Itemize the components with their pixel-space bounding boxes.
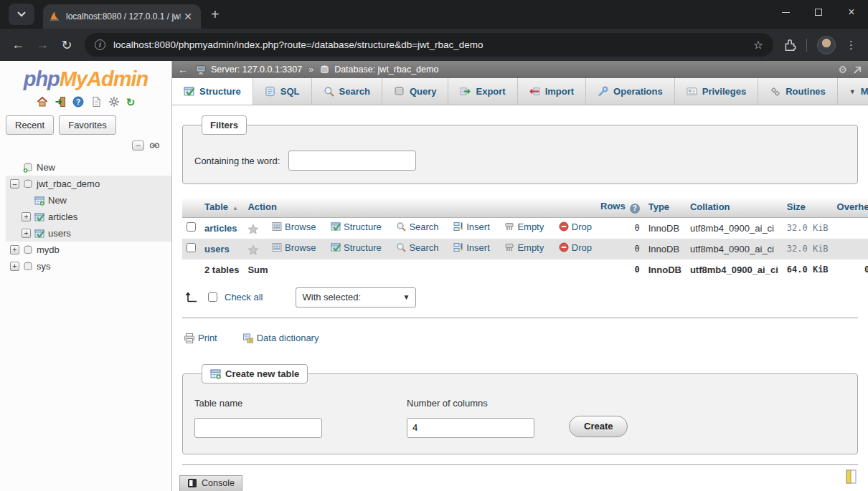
maximize-button[interactable] (802, 0, 835, 24)
structure-link[interactable]: Structure (331, 221, 382, 232)
tab-privileges[interactable]: Privileges (675, 78, 758, 105)
breadcrumb-database[interactable]: Database: jwt_rbac_demo (334, 65, 438, 75)
console-toggle[interactable]: Console (179, 475, 242, 491)
tree-item-sys[interactable]: + sys (6, 258, 171, 275)
forward-button[interactable]: → (30, 33, 55, 57)
expand-node-icon[interactable]: + (22, 229, 31, 238)
insert-link[interactable]: Insert (453, 242, 490, 253)
search-link[interactable]: Search (396, 221, 438, 232)
favorite-star-icon[interactable] (247, 244, 259, 256)
tab-operations[interactable]: Operations (586, 78, 675, 105)
check-all-checkbox[interactable] (208, 292, 217, 302)
row-checkbox[interactable] (187, 243, 196, 252)
reload-button[interactable]: ↻ (55, 33, 79, 57)
sum-rows: 0 (596, 259, 644, 279)
col-collation[interactable]: Collation (686, 197, 783, 217)
tab-query[interactable]: Query (382, 78, 449, 105)
tree-item-new-database[interactable]: New (6, 159, 171, 176)
tab-sql[interactable]: SQL (253, 78, 312, 105)
favorite-star-icon[interactable] (247, 224, 259, 235)
browser-tab[interactable]: localhost:8080 / 127.0.0.1 / jwt_ ✕ (43, 4, 201, 29)
tab-search[interactable]: Search (312, 78, 382, 105)
filter-word-input[interactable] (288, 151, 416, 171)
address-bar[interactable]: i localhost:8080/phpmyadmin/index.php?ro… (85, 33, 773, 57)
collapse-node-icon[interactable]: – (10, 179, 19, 189)
browse-link[interactable]: Browse (272, 242, 316, 253)
new-database-icon (23, 163, 33, 173)
favorites-button[interactable]: Favorites (59, 115, 115, 135)
logout-icon[interactable] (55, 96, 66, 108)
new-tab-button[interactable]: + (211, 6, 220, 23)
drop-link[interactable]: Drop (559, 242, 592, 253)
tab-structure[interactable]: Structure (172, 78, 253, 105)
browser-chrome: localhost:8080 / 127.0.0.1 / jwt_ ✕ + × … (0, 0, 868, 61)
check-all-link[interactable]: Check all (225, 292, 263, 302)
tree-item-articles[interactable]: + articles (6, 209, 171, 225)
breadcrumb: ← Server: 127.0.0.1:3307 » Database: jwt… (172, 61, 868, 78)
scroll-top-icon[interactable] (853, 65, 862, 75)
col-type[interactable]: Type (644, 197, 686, 217)
columns-count-input[interactable] (407, 418, 534, 438)
window-controls: × (769, 0, 868, 24)
minimize-button[interactable] (769, 0, 802, 24)
table-name-input[interactable] (194, 418, 322, 438)
open-new-window-icon[interactable] (846, 469, 857, 487)
tab-import[interactable]: Import (518, 78, 586, 105)
expand-node-icon[interactable]: + (10, 245, 19, 254)
with-selected-dropdown[interactable]: With selected: ▼ (296, 287, 416, 308)
table-name-link[interactable]: articles (204, 223, 237, 234)
extensions-button[interactable] (783, 39, 796, 52)
drop-link[interactable]: Drop (559, 221, 592, 232)
empty-link[interactable]: Empty (504, 242, 544, 253)
tab-more[interactable]: ▼ More (838, 78, 868, 105)
structure-icon (184, 86, 194, 97)
recent-button[interactable]: Recent (6, 115, 54, 135)
empty-link[interactable]: Empty (504, 221, 544, 232)
breadcrumb-server[interactable]: Server: 127.0.0.1:3307 (211, 65, 302, 75)
collapse-sidebar-arrow[interactable]: ← (178, 64, 188, 75)
tab-close-icon[interactable]: ✕ (181, 11, 195, 22)
engine-type: InnoDB (644, 217, 686, 239)
expand-node-icon[interactable]: + (22, 212, 31, 221)
site-info-icon[interactable]: i (95, 39, 105, 50)
page-settings-icon[interactable]: ⚙ (838, 64, 847, 75)
tab-routines[interactable]: Routines (758, 78, 838, 105)
create-button[interactable]: Create (569, 416, 628, 437)
tab-search-button[interactable] (9, 4, 34, 25)
col-size[interactable]: Size (783, 197, 833, 217)
profile-avatar[interactable] (817, 36, 836, 54)
reload-navigation-icon[interactable]: ↻ (126, 97, 136, 108)
browse-link[interactable]: Browse (272, 221, 316, 232)
print-link[interactable]: Print (184, 333, 217, 344)
phpmyadmin-logo[interactable]: phpMyAdmin (0, 61, 171, 92)
tree-item-jwt-rbac-demo[interactable]: – jwt_rbac_demo (6, 176, 171, 192)
back-button[interactable]: ← (6, 33, 30, 57)
tree-item-mydb[interactable]: + mydb (6, 242, 171, 258)
settings-gear-icon[interactable] (108, 96, 120, 108)
bookmark-star-icon[interactable]: ☆ (753, 38, 763, 52)
col-overhead[interactable]: Overhead (833, 197, 868, 217)
close-button[interactable]: × (835, 0, 868, 24)
structure-link[interactable]: Structure (331, 242, 382, 253)
rows-help-icon[interactable]: ? (630, 204, 640, 214)
console-bar: Console (179, 475, 242, 491)
documentation-icon[interactable] (90, 96, 102, 108)
search-link[interactable]: Search (396, 242, 438, 253)
reload-icon: ↻ (61, 37, 72, 53)
collapse-all-button[interactable]: – (132, 140, 144, 151)
browser-menu-button[interactable]: ⋮ (846, 39, 857, 52)
tree-item-new-table[interactable]: New (6, 192, 171, 209)
phpmyadmin-favicon (49, 11, 60, 22)
structure-icon (331, 221, 341, 232)
help-icon[interactable]: ? (72, 96, 84, 108)
insert-link[interactable]: Insert (453, 221, 490, 232)
expand-node-icon[interactable]: + (10, 262, 19, 271)
url-text[interactable]: localhost:8080/phpmyadmin/index.php?rout… (113, 39, 747, 50)
home-icon[interactable] (37, 96, 48, 108)
tab-export[interactable]: Export (448, 78, 517, 105)
table-name-link[interactable]: users (204, 244, 230, 254)
tree-item-users[interactable]: + users (6, 225, 171, 242)
link-with-main-icon[interactable] (149, 142, 160, 149)
data-dictionary-link[interactable]: Data dictionary (242, 333, 319, 344)
row-checkbox[interactable] (187, 222, 196, 232)
